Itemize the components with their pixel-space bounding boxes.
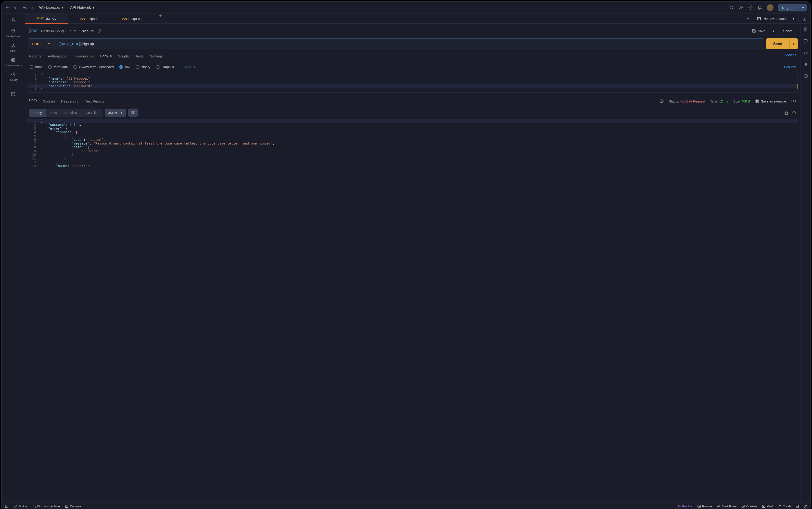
env-quick-look-icon[interactable] [803,16,807,21]
response-body-viewer[interactable]: 1{ 2 "success": false, 3 "error": { 4 "i… [27,118,798,502]
body-type-binary[interactable]: binary [136,65,150,69]
save-button[interactable]: Save [749,27,768,35]
share-button[interactable]: Share [779,27,797,35]
tab-sign-up[interactable]: POST sign-up [25,14,68,24]
svg-point-29 [743,506,743,506]
body-type-urlencoded[interactable]: x-www-form-urlencoded [73,65,114,69]
save-dropdown[interactable]: ▼ [771,28,777,34]
wrap-lines-button[interactable] [128,109,138,117]
send-dropdown[interactable]: ▼ [789,38,798,49]
svg-point-28 [742,505,745,508]
code-icon[interactable] [804,51,808,55]
svg-point-27 [718,506,719,507]
tab-sign-out[interactable]: POST sign-out [110,14,154,24]
body-type-none[interactable]: none [30,65,42,69]
chevron-down-icon: ▼ [61,6,64,9]
url-input[interactable]: {{BASE_URL}}/sign-up [55,38,764,49]
resp-tab-headers[interactable]: Headers (6) [61,99,79,103]
response-format-select[interactable]: JSON ▼ [105,109,126,117]
tab-name: sign-out [131,17,142,21]
upgrade-dropdown[interactable]: ▼ [799,4,807,11]
nav-home[interactable]: Home [23,6,33,10]
footer-trash[interactable]: Trash [778,505,791,508]
view-pretty[interactable]: Pretty [29,109,46,117]
footer-panel-icon[interactable] [5,505,8,508]
back-button[interactable] [5,6,9,10]
send-button[interactable]: Send [766,38,789,49]
upgrade-button[interactable]: Upgrade [778,4,800,11]
method-label: POST [32,42,41,46]
footer-layout-icon[interactable] [795,505,799,508]
tab-params[interactable]: Params [29,53,41,59]
crumb-group[interactable]: auth [70,29,76,33]
tab-scripts[interactable]: Scripts [118,53,129,59]
footer-start-proxy[interactable]: Start Proxy [717,505,737,508]
nav-workspaces[interactable]: Workspaces ▼ [39,6,64,10]
tab-settings[interactable]: Settings [150,53,163,59]
view-visualize[interactable]: Visualize [81,109,102,117]
notifications-icon[interactable] [757,5,762,10]
cookies-link[interactable]: Cookies [784,53,797,57]
footer-online[interactable]: Online [13,505,27,508]
expand-icon[interactable] [804,62,808,67]
new-tab-button[interactable] [154,14,167,24]
body-format-label: JSON [182,65,191,69]
rail-environments[interactable]: Environments [5,56,22,68]
footer-console[interactable]: Console [65,505,81,508]
tab-sign-in[interactable]: POST sign-in [68,14,110,24]
beautify-button[interactable]: Beautify [784,65,796,69]
chevron-down-icon: ▼ [47,42,50,45]
resp-tab-cookies[interactable]: Cookies [43,99,55,103]
footer-cookies[interactable]: Cookies [742,505,757,508]
view-raw[interactable]: Raw [46,109,61,117]
footer-vault[interactable]: Vault [762,505,774,508]
breadcrumb: HTTP Posts API (v.2) / auth / sign-up [27,24,798,38]
body-types: none form-data x-www-form-urlencoded raw… [27,62,798,72]
tab-body[interactable]: Body [100,53,111,59]
tabs-dropdown[interactable]: ▼ [747,17,749,20]
body-type-form-data[interactable]: form-data [48,65,68,69]
rail-collections-label: Collections [6,35,20,38]
tab-tests[interactable]: Tests [135,53,143,59]
method-select[interactable]: POST ▼ [28,38,55,49]
rail-apis[interactable]: APIs [10,42,16,54]
more-icon[interactable]: ••• [791,99,797,104]
tab-headers[interactable]: Headers (9) [75,53,94,59]
resp-tab-test-results[interactable]: Test Results [85,99,104,103]
body-format-select[interactable]: JSON ▼ [182,65,196,69]
invite-icon[interactable] [739,5,743,10]
person-icon[interactable] [11,18,15,22]
settings-icon[interactable] [748,5,753,10]
tab-authorization[interactable]: Authorization [48,53,68,59]
documentation-icon[interactable] [804,27,808,32]
info-icon[interactable] [804,74,808,78]
rail-collections[interactable]: Collections [6,27,20,39]
copy-icon[interactable] [784,111,788,115]
svg-point-4 [13,44,13,44]
avatar[interactable] [767,4,774,11]
chevron-down-icon: ▼ [193,66,196,68]
footer-runner[interactable]: Runner [697,505,712,508]
chevron-down-icon: ▼ [92,6,95,9]
resp-tab-body[interactable]: Body [29,98,37,104]
chevron-down-icon: ▼ [120,111,123,114]
link-icon[interactable] [97,29,101,33]
environment-selector[interactable]: No environment ▼ [757,16,795,21]
save-as-example-button[interactable]: Save as example [755,99,786,103]
search-icon[interactable] [729,5,734,10]
forward-button[interactable] [13,6,17,10]
comments-icon[interactable] [804,39,808,43]
footer-help-icon[interactable] [804,505,807,508]
globe-icon[interactable] [660,99,664,103]
body-type-graphql[interactable]: GraphQL [156,65,175,69]
request-body-editor[interactable]: 1{ 2····"name":·"Ali Madooei", 3····"use… [28,72,798,93]
body-type-raw[interactable]: raw [119,65,130,69]
footer-find-replace[interactable]: Find and replace [32,505,60,508]
search-response-icon[interactable] [792,111,797,115]
nav-api-network[interactable]: API Network ▼ [70,6,95,10]
rail-add-icon[interactable] [11,92,15,97]
footer-postbot[interactable]: Postbot [677,505,693,508]
crumb-root[interactable]: Posts API (v.2) [41,29,64,33]
rail-history[interactable]: History [9,71,18,83]
view-preview[interactable]: Preview [61,109,81,117]
